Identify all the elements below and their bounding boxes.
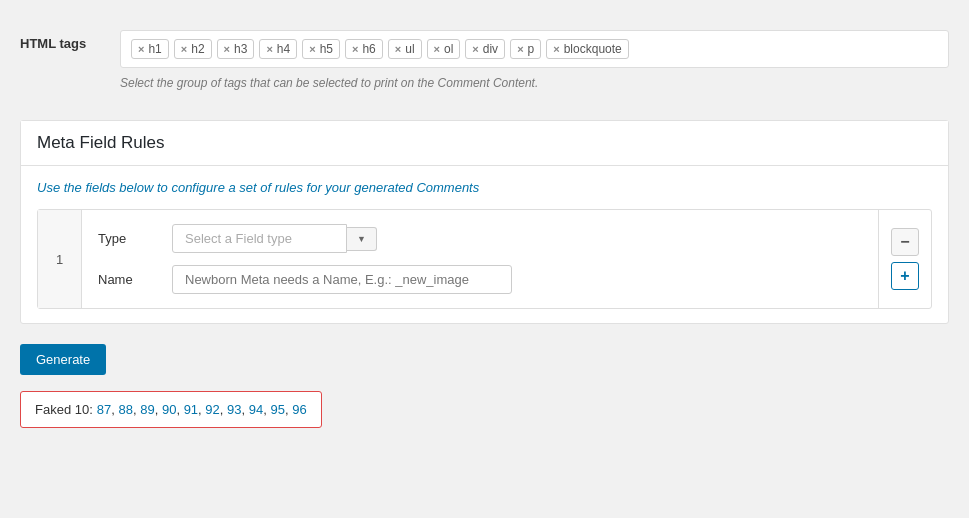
html-tags-content: ×h1×h2×h3×h4×h5×h6×ul×ol×div×p×blockquot… xyxy=(120,30,949,90)
tag-remove-btn-h6[interactable]: × xyxy=(352,43,358,55)
tag-remove-btn-ol[interactable]: × xyxy=(434,43,440,55)
tag-label-blockquote: blockquote xyxy=(564,42,622,56)
tag-pill-ol[interactable]: ×ol xyxy=(427,39,461,59)
html-tags-hint: Select the group of tags that can be sel… xyxy=(120,76,949,90)
tag-pill-h6[interactable]: ×h6 xyxy=(345,39,383,59)
faked-link-89[interactable]: 89 xyxy=(140,402,154,417)
faked-link-90[interactable]: 90 xyxy=(162,402,176,417)
tag-label-h6: h6 xyxy=(362,42,375,56)
tag-pill-h5[interactable]: ×h5 xyxy=(302,39,340,59)
field-type-select[interactable]: Select a Field type xyxy=(172,224,347,253)
tag-pill-ul[interactable]: ×ul xyxy=(388,39,422,59)
faked-link-92[interactable]: 92 xyxy=(205,402,219,417)
section-title: Meta Field Rules xyxy=(37,133,932,153)
faked-results-box: Faked 10: 87, 88, 89, 90, 91, 92, 93, 94… xyxy=(20,391,322,428)
tag-remove-btn-h2[interactable]: × xyxy=(181,43,187,55)
select-arrow-button[interactable] xyxy=(347,227,377,251)
rule-row: 1 Type Select a Field type Name xyxy=(37,209,932,309)
name-label: Name xyxy=(98,272,158,287)
tag-label-h1: h1 xyxy=(148,42,161,56)
tag-label-ol: ol xyxy=(444,42,453,56)
tag-pill-h2[interactable]: ×h2 xyxy=(174,39,212,59)
tag-remove-btn-h5[interactable]: × xyxy=(309,43,315,55)
faked-link-93[interactable]: 93 xyxy=(227,402,241,417)
rule-number: 1 xyxy=(38,210,82,308)
tag-pill-div[interactable]: ×div xyxy=(465,39,505,59)
tag-label-h3: h3 xyxy=(234,42,247,56)
faked-link-91[interactable]: 91 xyxy=(184,402,198,417)
generate-button[interactable]: Generate xyxy=(20,344,106,375)
type-field-row: Type Select a Field type xyxy=(98,224,862,253)
html-tags-section: HTML tags ×h1×h2×h3×h4×h5×h6×ul×ol×div×p… xyxy=(20,20,949,100)
tag-label-ul: ul xyxy=(405,42,414,56)
tag-pill-h3[interactable]: ×h3 xyxy=(217,39,255,59)
type-label: Type xyxy=(98,231,158,246)
tag-pill-h4[interactable]: ×h4 xyxy=(259,39,297,59)
tag-label-div: div xyxy=(483,42,498,56)
tag-remove-btn-h3[interactable]: × xyxy=(224,43,230,55)
tag-remove-btn-ul[interactable]: × xyxy=(395,43,401,55)
section-header: Meta Field Rules xyxy=(21,121,948,166)
faked-link-96[interactable]: 96 xyxy=(292,402,306,417)
tag-label-h5: h5 xyxy=(320,42,333,56)
rule-actions: − + xyxy=(878,210,931,308)
meta-field-rules-card: Meta Field Rules Use the fields below to… xyxy=(20,120,949,324)
tag-label-h4: h4 xyxy=(277,42,290,56)
html-tags-pills-container: ×h1×h2×h3×h4×h5×h6×ul×ol×div×p×blockquot… xyxy=(120,30,949,68)
tag-remove-btn-blockquote[interactable]: × xyxy=(553,43,559,55)
name-field-row: Name xyxy=(98,265,862,294)
tag-pill-blockquote[interactable]: ×blockquote xyxy=(546,39,628,59)
name-input[interactable] xyxy=(172,265,512,294)
faked-link-88[interactable]: 88 xyxy=(119,402,133,417)
section-body: Use the fields below to configure a set … xyxy=(21,166,948,323)
faked-results-container: Faked 10: 87, 88, 89, 90, 91, 92, 93, 94… xyxy=(20,391,949,428)
tag-remove-btn-div[interactable]: × xyxy=(472,43,478,55)
faked-label: Faked 10: xyxy=(35,402,93,417)
html-tags-label: HTML tags xyxy=(20,30,120,51)
tag-pill-p[interactable]: ×p xyxy=(510,39,541,59)
faked-link-95[interactable]: 95 xyxy=(270,402,284,417)
add-rule-button[interactable]: + xyxy=(891,262,919,290)
faked-link-94[interactable]: 94 xyxy=(249,402,263,417)
tag-label-h2: h2 xyxy=(191,42,204,56)
tag-remove-btn-h1[interactable]: × xyxy=(138,43,144,55)
remove-rule-button[interactable]: − xyxy=(891,228,919,256)
tag-pill-h1[interactable]: ×h1 xyxy=(131,39,169,59)
faked-link-87[interactable]: 87 xyxy=(97,402,111,417)
rule-fields: Type Select a Field type Name xyxy=(82,210,878,308)
field-type-select-wrapper: Select a Field type xyxy=(172,224,377,253)
faked-links-list: 87, 88, 89, 90, 91, 92, 93, 94, 95, 96 xyxy=(97,402,307,417)
section-hint: Use the fields below to configure a set … xyxy=(37,180,932,195)
tag-label-p: p xyxy=(528,42,535,56)
tag-remove-btn-p[interactable]: × xyxy=(517,43,523,55)
tag-remove-btn-h4[interactable]: × xyxy=(266,43,272,55)
